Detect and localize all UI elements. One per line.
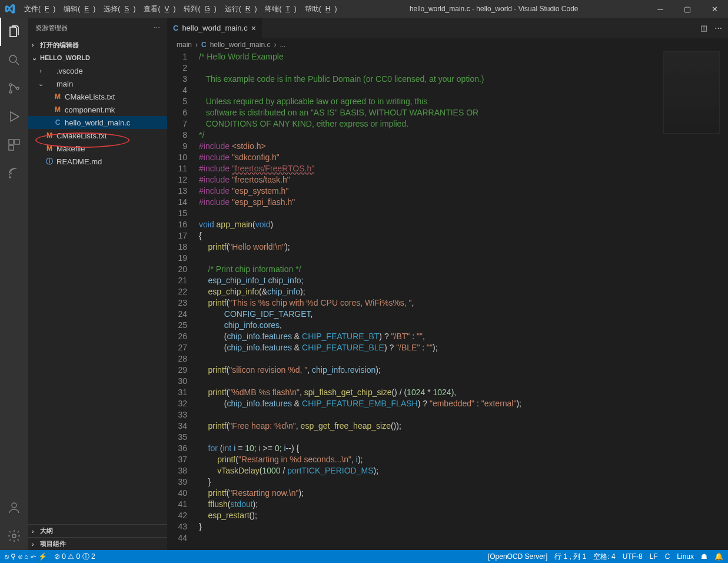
sidebar-title: 资源管理器 (35, 24, 68, 32)
file-tree: ›.vscode⌄mainMCMakeLists.txtMcomponent.m… (28, 64, 167, 524)
file-tree-item[interactable]: MCMakeLists.txt (28, 129, 167, 142)
status-feedback-icon[interactable]: ☗ (701, 552, 707, 561)
file-tree-item[interactable]: ›.vscode (28, 64, 167, 77)
file-label: hello_world_main.c (65, 118, 130, 127)
close-button[interactable]: ✕ (701, 0, 728, 18)
breadcrumbs[interactable]: main› C hello_world_main.c› ... (167, 38, 728, 51)
file-label: Makefile (56, 144, 85, 153)
file-tree-item[interactable]: MMakefile (28, 142, 167, 155)
menu-bar: 文件(F)编辑(E)选择(S)查看(V)转到(G)运行(R)终端(T)帮助(H) (20, 4, 341, 14)
file-label: CMakeLists.txt (56, 131, 107, 140)
section-open-editors[interactable]: ›打开的编辑器 (28, 38, 167, 51)
menu-item[interactable]: 转到(G) (179, 4, 220, 14)
activity-bar (0, 18, 28, 550)
file-icon: M (45, 144, 54, 153)
svg-point-7 (9, 177, 11, 178)
file-label: main (56, 80, 73, 88)
section-project-components[interactable]: ›项目组件 (28, 537, 167, 550)
file-icon: M (53, 92, 62, 101)
file-label: CMakeLists.txt (65, 92, 115, 101)
svg-rect-6 (9, 145, 14, 150)
menu-item[interactable]: 查看(V) (139, 4, 179, 14)
file-icon: C (53, 118, 62, 127)
status-language[interactable]: C (665, 552, 670, 561)
search-icon[interactable] (0, 46, 28, 74)
sidebar: 资源管理器 ⋯ ›打开的编辑器 ⌄HELLO_WORLD ›.vscode⌄ma… (28, 18, 167, 550)
svg-point-2 (9, 91, 12, 93)
svg-point-0 (9, 55, 16, 62)
menu-item[interactable]: 编辑(E) (59, 4, 99, 14)
file-tree-item[interactable]: ⌄main (28, 77, 167, 90)
file-label: .vscode (56, 67, 83, 75)
status-notifications-icon[interactable]: 🔔 (714, 552, 723, 561)
c-file-icon: C (173, 24, 178, 32)
file-tree-item[interactable]: Chello_world_main.c (28, 116, 167, 129)
menu-item[interactable]: 运行(R) (221, 4, 261, 14)
svg-point-8 (12, 503, 16, 508)
menu-item[interactable]: 文件(F) (20, 4, 59, 14)
code-editor[interactable]: 1234567891011121314151617181920212223242… (167, 51, 728, 550)
split-editor-icon[interactable]: ◫ (700, 24, 707, 32)
sidebar-header: 资源管理器 ⋯ (28, 18, 167, 38)
svg-point-9 (12, 534, 16, 538)
line-gutter: 1234567891011121314151617181920212223242… (167, 51, 195, 550)
section-project[interactable]: ⌄HELLO_WORLD (28, 51, 167, 64)
svg-point-3 (16, 87, 19, 90)
file-label: component.mk (65, 105, 115, 114)
extensions-icon[interactable] (0, 131, 28, 159)
source-control-icon[interactable] (0, 74, 28, 102)
status-cursor-position[interactable]: 行 1 , 列 1 (554, 552, 586, 562)
tab-label: hello_world_main.c (182, 24, 247, 32)
editor-tabs: C hello_world_main.c × ◫ ⋯ (167, 18, 728, 38)
editor-area: C hello_world_main.c × ◫ ⋯ main› C hello… (167, 18, 728, 550)
c-file-icon: C (201, 41, 207, 49)
sidebar-more-icon[interactable]: ⋯ (154, 24, 160, 32)
status-os[interactable]: Linux (677, 552, 694, 561)
file-icon: M (45, 131, 54, 140)
file-label: README.md (56, 157, 102, 166)
svg-rect-5 (15, 140, 19, 144)
section-outline[interactable]: ›大纲 (28, 524, 167, 537)
status-indentation[interactable]: 空格: 4 (593, 552, 615, 562)
accounts-icon[interactable] (0, 494, 28, 522)
file-tree-item[interactable]: ⓘREADME.md (28, 155, 167, 168)
minimap[interactable] (663, 51, 720, 134)
file-tree-item[interactable]: MCMakeLists.txt (28, 90, 167, 103)
espressif-icon[interactable] (0, 159, 28, 187)
tab-close-icon[interactable]: × (251, 24, 256, 33)
run-debug-icon[interactable] (0, 102, 28, 131)
explorer-icon[interactable] (0, 18, 28, 46)
status-eol[interactable]: LF (650, 552, 658, 561)
status-openocd[interactable]: [OpenOCD Server] (488, 552, 547, 561)
file-icon: ⓘ (45, 157, 54, 167)
minimize-button[interactable]: ─ (647, 0, 674, 18)
title-bar: 文件(F)编辑(E)选择(S)查看(V)转到(G)运行(R)终端(T)帮助(H)… (0, 0, 728, 18)
menu-item[interactable]: 选择(S) (99, 4, 139, 14)
status-bar: ⎋ ⚲ ⊗ ⌂ ⤺ ⚡ ⊘ 0 ⚠ 0 ⓘ 2 [OpenOCD Server]… (0, 550, 728, 563)
status-left-icons[interactable]: ⎋ ⚲ ⊗ ⌂ ⤺ ⚡ (5, 552, 47, 561)
code-lines[interactable]: /* Hello World Example This example code… (199, 51, 728, 550)
file-tree-item[interactable]: Mcomponent.mk (28, 103, 167, 116)
app-logo (0, 4, 20, 14)
menu-item[interactable]: 帮助(H) (301, 4, 341, 14)
menu-item[interactable]: 终端(T) (261, 4, 300, 14)
status-problems[interactable]: ⊘ 0 ⚠ 0 ⓘ 2 (54, 552, 95, 562)
svg-rect-4 (9, 140, 14, 144)
svg-point-1 (9, 84, 12, 86)
status-encoding[interactable]: UTF-8 (623, 552, 643, 561)
settings-gear-icon[interactable] (0, 522, 28, 550)
maximize-button[interactable]: ▢ (674, 0, 701, 18)
tab-hello-world-main[interactable]: C hello_world_main.c × (167, 18, 262, 38)
editor-more-icon[interactable]: ⋯ (714, 24, 722, 32)
window-title: hello_world_main.c - hello_world - Visua… (341, 5, 647, 13)
file-icon: M (53, 105, 62, 114)
